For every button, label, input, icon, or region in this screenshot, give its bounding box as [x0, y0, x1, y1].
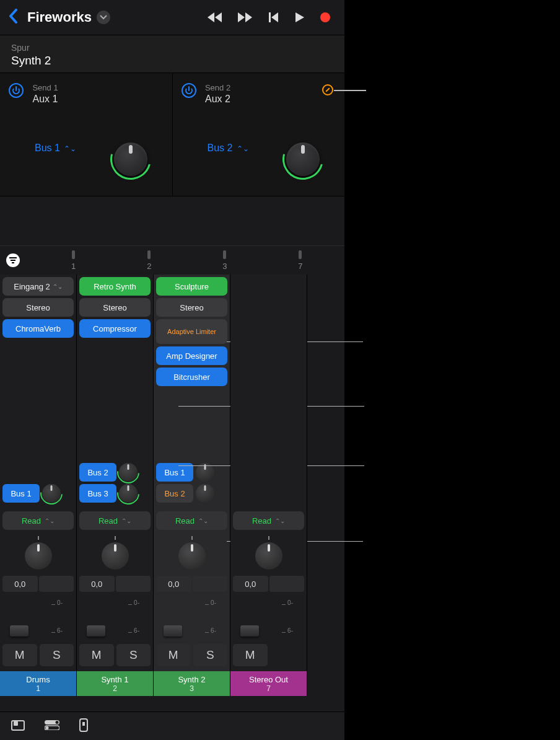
filter-button[interactable]	[6, 253, 20, 267]
callout-line	[334, 90, 366, 91]
fx-slot[interactable]: Adaptive Limiter	[156, 319, 227, 344]
marker: 1	[36, 250, 112, 271]
bus-pill[interactable]: Bus 1	[2, 484, 40, 503]
send-level-knob[interactable]	[114, 143, 147, 176]
play-button[interactable]	[295, 12, 305, 23]
automation-mode[interactable]: Read⌃⌄	[156, 511, 227, 530]
pan-knob[interactable]	[25, 542, 52, 570]
fx-slot[interactable]: Compressor	[79, 319, 151, 338]
fx-slot[interactable]: ChromaVerb	[2, 319, 74, 338]
send-knob[interactable]	[119, 484, 138, 503]
channel-markers: 1 2 3 7	[0, 246, 344, 275]
fader[interactable]: 0-6-	[233, 597, 304, 640]
fast-forward-button[interactable]	[238, 12, 254, 23]
track-label[interactable]: Synth 12	[77, 671, 153, 696]
library-icon[interactable]	[11, 719, 25, 734]
solo-button[interactable]: S	[40, 644, 74, 666]
track-label[interactable]: Synth 23	[154, 671, 230, 696]
power-icon[interactable]	[182, 83, 196, 98]
gain-slot[interactable]: Stereo	[156, 298, 227, 317]
marker: 2	[112, 250, 187, 271]
instrument-slot[interactable]: Retro Synth	[79, 277, 151, 296]
peak-value	[39, 576, 74, 592]
send-level-knob[interactable]	[286, 143, 320, 176]
fader[interactable]: 0-6-	[156, 597, 227, 640]
mute-button[interactable]: M	[79, 644, 114, 666]
mixer: Eingang 2 ⌃⌄ Stereo ChromaVerb Bus 1 Rea…	[0, 275, 344, 711]
svg-rect-12	[82, 722, 85, 726]
track-header-label: Spur	[11, 43, 333, 53]
automation-mode[interactable]: Read⌃⌄	[233, 511, 304, 530]
fx-slot[interactable]: Amp Designer	[156, 346, 227, 365]
input-selector[interactable]: Eingang 2 ⌃⌄	[2, 277, 74, 296]
track-label[interactable]: Stereo Out7	[230, 671, 307, 696]
bus-selector[interactable]: Bus 2 ⌃⌄	[208, 143, 249, 154]
track-header: Spur Synth 2	[0, 35, 344, 73]
rewind-button[interactable]	[207, 12, 223, 23]
back-button[interactable]	[9, 7, 19, 28]
bus-pill[interactable]: Bus 2	[156, 484, 193, 503]
send-aux: Aux 2	[205, 94, 230, 105]
send-slot-1[interactable]: Send 1 Aux 1 Bus 1 ⌃⌄	[0, 73, 172, 196]
automation-mode[interactable]: Read⌃⌄	[79, 511, 151, 530]
solo-button[interactable]: S	[116, 644, 151, 666]
db-value[interactable]: 0,0	[233, 576, 268, 592]
send-knob[interactable]	[42, 484, 61, 503]
channel-synth2: Sculpture Stereo Adaptive Limiter Amp De…	[154, 275, 230, 696]
power-icon[interactable]	[9, 83, 24, 98]
toggle-icon[interactable]	[45, 720, 59, 733]
sends-panel: Send 1 Aux 1 Bus 1 ⌃⌄ Send 2 Aux 2 Bus 2…	[0, 73, 344, 196]
send-knob[interactable]	[119, 463, 138, 482]
gain-slot[interactable]: Stereo	[79, 298, 151, 317]
send-aux: Aux 1	[32, 94, 58, 105]
fx-slot[interactable]: Bitcrusher	[156, 368, 227, 386]
send-slot-2[interactable]: Send 2 Aux 2 Bus 2 ⌃⌄	[172, 73, 345, 196]
svg-point-8	[56, 721, 59, 724]
mute-button[interactable]: M	[2, 644, 37, 666]
gain-slot[interactable]: Stereo	[2, 298, 74, 317]
pan-knob[interactable]	[102, 542, 129, 570]
fader[interactable]: 0-6-	[2, 597, 74, 640]
project-title: Fireworks	[27, 9, 92, 25]
send-label: Send 1	[32, 83, 58, 92]
marker: 3	[187, 250, 263, 271]
peak-value	[116, 576, 151, 592]
spacer	[0, 196, 344, 246]
svg-point-1	[320, 12, 330, 22]
db-value[interactable]: 0,0	[156, 576, 191, 592]
top-toolbar: Fireworks	[0, 0, 344, 35]
project-menu-button[interactable]	[97, 11, 110, 24]
automation-mode[interactable]: Read⌃⌄	[2, 511, 74, 530]
solo-button[interactable]: S	[193, 644, 228, 666]
channel-synth1: Retro Synth Stereo Compressor Bus 2 Bus …	[77, 275, 154, 696]
db-value[interactable]: 0,0	[79, 576, 115, 592]
go-to-start-button[interactable]	[269, 12, 280, 23]
svg-rect-0	[269, 12, 271, 22]
peak-value	[269, 576, 305, 592]
track-label[interactable]: Drums1	[0, 671, 76, 696]
bus-pill[interactable]: Bus 2	[79, 463, 116, 482]
selected-indicator-icon	[322, 84, 333, 95]
mute-button[interactable]: M	[156, 644, 191, 666]
bus-pill[interactable]: Bus 3	[79, 484, 116, 503]
db-value[interactable]: 0,0	[2, 576, 38, 592]
svg-rect-2	[9, 257, 17, 258]
send-knob[interactable]	[196, 484, 214, 503]
mixer-icon[interactable]	[79, 718, 88, 734]
svg-point-10	[46, 726, 49, 729]
record-button[interactable]	[320, 12, 331, 23]
instrument-slot[interactable]: Sculpture	[156, 277, 227, 296]
channel-drums: Eingang 2 ⌃⌄ Stereo ChromaVerb Bus 1 Rea…	[0, 275, 77, 696]
pan-knob[interactable]	[255, 542, 282, 570]
track-header-name: Synth 2	[11, 54, 333, 68]
send-label: Send 2	[205, 83, 230, 92]
mute-button[interactable]: M	[233, 644, 268, 666]
fader[interactable]: 0-6-	[79, 597, 151, 640]
svg-rect-6	[14, 721, 18, 726]
bottom-bar	[0, 711, 344, 740]
bus-row: Bus 1	[2, 484, 74, 503]
pan-knob[interactable]	[178, 542, 206, 570]
channel-stereo-out: Read⌃⌄ 0,0 0-6- M Stereo Out7	[230, 275, 307, 696]
bus-selector[interactable]: Bus 1 ⌃⌄	[35, 143, 76, 154]
marker: 7	[263, 250, 338, 271]
